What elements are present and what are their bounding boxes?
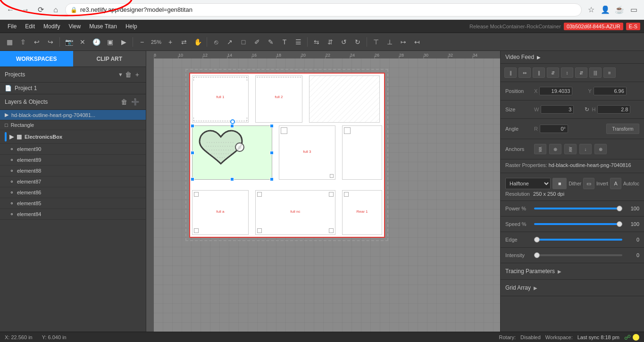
tb-shape-icon[interactable]: □ xyxy=(237,35,250,49)
reload-button[interactable]: ⟳ xyxy=(35,4,46,16)
handle-bm[interactable] xyxy=(230,177,234,181)
tab-workspaces[interactable]: WORKSPACES xyxy=(0,51,73,67)
menu-muse-titan[interactable]: Muse Titan xyxy=(85,22,121,31)
handle-mr[interactable] xyxy=(270,151,274,155)
forward-button[interactable]: → xyxy=(20,4,31,16)
handle-tm[interactable] xyxy=(230,124,234,128)
handle-tr[interactable] xyxy=(270,124,274,128)
tb-play-icon[interactable]: ▶ xyxy=(117,35,130,49)
menu-help[interactable]: Help xyxy=(122,22,141,31)
tb-undo-icon[interactable]: ↩ xyxy=(30,35,43,49)
layer-item[interactable]: □ Rectangle xyxy=(0,120,146,130)
tb-flip-h-icon[interactable]: ⇆ xyxy=(310,35,323,49)
menu-file[interactable]: File xyxy=(4,22,20,31)
tb-upload-icon[interactable]: ⇧ xyxy=(17,35,30,49)
halftone-select[interactable]: Halftone xyxy=(505,178,551,189)
intensity-slider[interactable] xyxy=(534,254,622,256)
align-right-btn[interactable]: ∥ xyxy=(533,67,545,78)
speed-slider[interactable] xyxy=(534,223,622,225)
add-project-btn[interactable]: + xyxy=(134,70,141,79)
pos-y-input[interactable] xyxy=(594,87,627,95)
align-top-btn[interactable]: ⇵ xyxy=(547,67,559,78)
angle-input[interactable] xyxy=(540,125,568,133)
tracing-header[interactable]: Tracing Parameters ▶ xyxy=(505,266,639,276)
canvas-viewport[interactable]: full 1 full 2 xyxy=(154,58,500,332)
dither-btn[interactable]: ■ xyxy=(552,178,567,189)
invert-btn[interactable]: ▭ xyxy=(583,178,594,189)
tb-time-icon[interactable]: 🕘 xyxy=(90,35,103,49)
add-layer-btn[interactable]: ➕ xyxy=(129,97,141,107)
tb-text-icon[interactable]: T xyxy=(278,35,291,49)
layer-item[interactable]: ⚬ element84 xyxy=(0,209,146,220)
extensions-button[interactable]: ☕ xyxy=(614,4,625,16)
tb-magnet-icon[interactable]: ⎋ xyxy=(209,35,223,49)
layer-item[interactable]: ⚬ element87 xyxy=(0,176,146,187)
layer-item[interactable]: ⚬ element85 xyxy=(0,198,146,209)
layer-item[interactable]: ▶ hd-black-outline-heart-png-704081... xyxy=(0,110,146,120)
handle-ml[interactable] xyxy=(191,151,194,155)
tb-pen-icon[interactable]: ✐ xyxy=(251,35,264,49)
home-button[interactable]: ⌂ xyxy=(50,4,61,16)
lock-ratio-btn[interactable]: ↻ xyxy=(585,106,589,113)
layer-item[interactable]: ⚬ element88 xyxy=(0,166,146,176)
layer-item[interactable]: ⚬ element89 xyxy=(0,155,146,166)
tb-pan-icon[interactable]: ✋ xyxy=(191,35,204,49)
distribute-h-btn[interactable]: ||| xyxy=(589,67,602,78)
tab-clipart[interactable]: CLIP ART xyxy=(73,51,146,67)
grid-array-header[interactable]: Grid Array ▶ xyxy=(505,283,639,293)
delete-layer-btn[interactable]: 🗑 xyxy=(119,97,129,107)
menu-modify[interactable]: Modify xyxy=(40,22,64,31)
size-h-input[interactable] xyxy=(597,105,630,114)
bookmark-button[interactable]: ☆ xyxy=(585,4,597,16)
anchor-tl-btn[interactable]: ⋚ xyxy=(534,144,546,154)
tb-align1-icon[interactable]: ⊤ xyxy=(369,35,383,49)
align-center-v-btn[interactable]: ↕ xyxy=(561,67,573,78)
delete-project-btn[interactable]: 🗑 xyxy=(123,70,134,79)
layer-group-item[interactable]: ▶ ▩ ElectronicsBox xyxy=(0,130,146,144)
anchor-bc-btn[interactable]: ⊕ xyxy=(594,144,607,154)
pos-x-input[interactable] xyxy=(539,87,572,95)
menu-edit[interactable]: Edit xyxy=(21,22,39,31)
layer-item[interactable]: ⚬ element86 xyxy=(0,187,146,198)
tb-font-icon[interactable]: ☰ xyxy=(292,35,305,49)
size-w-input[interactable] xyxy=(541,105,574,114)
tb-fit-icon[interactable]: ⇄ xyxy=(177,35,191,49)
heart-section[interactable]: ⊕ xyxy=(192,125,272,180)
canvas-container[interactable]: 8 10 12 14 16 18 20 22 24 26 28 30 32 34 xyxy=(146,51,500,332)
tb-layers-icon[interactable]: ▦ xyxy=(3,35,16,49)
project-item[interactable]: 📄 Project 1 xyxy=(0,83,146,94)
tb-zoom-in-icon[interactable]: + xyxy=(164,35,177,49)
align-bottom-btn[interactable]: ⇵ xyxy=(575,67,587,78)
tb-clip-icon[interactable]: ✕ xyxy=(76,35,89,49)
tb-align2-icon[interactable]: ⊥ xyxy=(383,35,396,49)
align-left-btn[interactable]: ∥ xyxy=(504,67,517,78)
tb-select-icon[interactable]: ↗ xyxy=(223,35,236,49)
tb-frame-icon[interactable]: ▣ xyxy=(103,35,117,49)
tb-camera-icon[interactable]: 📷 xyxy=(62,35,75,49)
anchor-bl-btn[interactable]: ↓ xyxy=(579,144,592,154)
tb-align3-icon[interactable]: ↦ xyxy=(397,35,410,49)
cast-button[interactable]: ▭ xyxy=(628,4,639,16)
anchor-tr-btn[interactable]: ⋛ xyxy=(564,144,577,154)
tb-zoom-out-icon[interactable]: − xyxy=(135,35,149,49)
autofocus-btn[interactable]: A xyxy=(610,178,621,189)
rotate-handle[interactable] xyxy=(230,119,235,124)
address-bar[interactable]: 🔒 re3.netlify.app/designer?model=gen8tit… xyxy=(65,3,582,17)
handle-bl[interactable] xyxy=(191,177,194,181)
menu-view[interactable]: View xyxy=(65,22,84,31)
tb-redo-icon[interactable]: ↪ xyxy=(44,35,57,49)
back-button[interactable]: ← xyxy=(5,4,16,16)
handle-tl[interactable] xyxy=(191,124,194,128)
tb-pencil-icon[interactable]: ✎ xyxy=(264,35,277,49)
handle-br[interactable] xyxy=(270,177,274,181)
profile-button[interactable]: 👤 xyxy=(600,4,611,16)
transform-btn[interactable]: Transform xyxy=(606,124,639,134)
tb-rotate-cw-icon[interactable]: ↻ xyxy=(351,35,364,49)
tb-flip-v-icon[interactable]: ⇵ xyxy=(324,35,337,49)
align-center-h-btn[interactable]: ⇔ xyxy=(519,67,531,78)
power-slider[interactable] xyxy=(534,208,622,209)
anchor-tc-btn[interactable]: ⊕ xyxy=(549,144,561,154)
tb-rotate-ccw-icon[interactable]: ↺ xyxy=(337,35,351,49)
distribute-v-btn[interactable]: ≡ xyxy=(603,67,616,78)
edge-slider[interactable] xyxy=(534,239,622,241)
